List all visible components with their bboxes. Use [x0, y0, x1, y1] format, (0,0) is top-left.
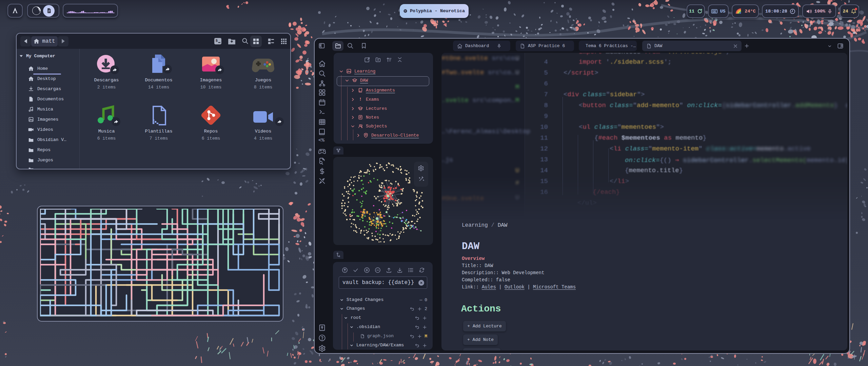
svg-text:$: $ — [216, 39, 218, 43]
